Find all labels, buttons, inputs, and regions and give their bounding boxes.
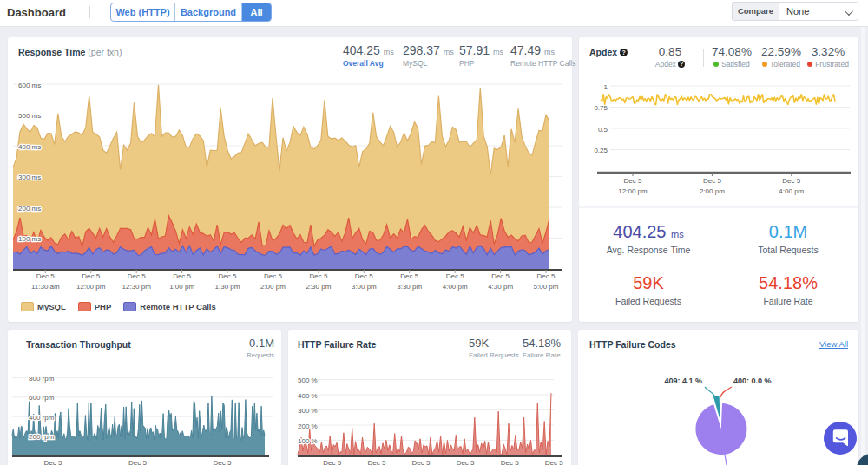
svg-text:200 %: 200 %: [298, 422, 318, 430]
svg-text:0.25: 0.25: [594, 147, 608, 154]
svg-text:2:00 pm: 2:00 pm: [260, 283, 286, 291]
svg-text:Dec 5: Dec 5: [309, 272, 327, 280]
svg-text:400 ms: 400 ms: [18, 143, 41, 151]
svg-text:200 ms: 200 ms: [18, 205, 41, 213]
svg-text:Dec 5: Dec 5: [491, 272, 510, 280]
svg-text:Dec 5: Dec 5: [446, 272, 464, 280]
svg-text:Dec 5: Dec 5: [537, 272, 556, 280]
svg-text:Dec 5: Dec 5: [173, 272, 191, 280]
svg-text:500 ms: 500 ms: [18, 112, 41, 120]
svg-text:Dec 5: Dec 5: [355, 272, 373, 280]
svg-text:Dec 5: Dec 5: [44, 459, 62, 465]
svg-text:Dec 5: Dec 5: [545, 459, 563, 465]
svg-text:Dec 5: Dec 5: [703, 177, 721, 185]
svg-text:2:00 pm: 2:00 pm: [700, 187, 725, 195]
svg-text:Dec 5: Dec 5: [624, 177, 642, 185]
svg-text:300 ms: 300 ms: [18, 174, 41, 181]
svg-text:2:30 pm: 2:30 pm: [306, 283, 331, 291]
svg-text:Dec 5: Dec 5: [36, 272, 55, 280]
svg-text:Dec 5: Dec 5: [219, 272, 237, 280]
svg-text:Dec 5: Dec 5: [128, 272, 146, 280]
svg-text:Dec 5: Dec 5: [400, 272, 418, 280]
svg-text:1:30 pm: 1:30 pm: [215, 283, 240, 291]
svg-text:200 rpm: 200 rpm: [29, 433, 55, 441]
svg-text:Dec 5: Dec 5: [412, 459, 431, 465]
svg-text:Dec 5: Dec 5: [214, 459, 232, 465]
svg-text:12:30 pm: 12:30 pm: [122, 283, 152, 291]
svg-text:600 rpm: 600 rpm: [29, 394, 55, 402]
svg-text:0.5: 0.5: [598, 126, 608, 134]
svg-text:600 ms: 600 ms: [18, 82, 41, 89]
svg-text:4:30 pm: 4:30 pm: [488, 283, 513, 291]
svg-text:100 %: 100 %: [298, 437, 318, 445]
svg-text:Dec 5: Dec 5: [367, 459, 385, 465]
svg-text:1:00 pm: 1:00 pm: [169, 283, 194, 291]
svg-text:500 %: 500 %: [298, 377, 318, 384]
svg-text:3:30 pm: 3:30 pm: [397, 283, 422, 291]
svg-text:Dec 5: Dec 5: [128, 459, 147, 465]
svg-text:100 ms: 100 ms: [18, 235, 41, 243]
svg-text:1: 1: [604, 83, 608, 91]
svg-text:3:00 pm: 3:00 pm: [352, 283, 377, 291]
svg-text:11:30 am: 11:30 am: [31, 283, 60, 291]
svg-text:Dec 5: Dec 5: [782, 177, 800, 185]
svg-text:5:00 pm: 5:00 pm: [534, 283, 559, 291]
svg-text:12:00 pm: 12:00 pm: [76, 283, 106, 291]
svg-text:800 rpm: 800 rpm: [29, 375, 55, 383]
svg-text:400 rpm: 400 rpm: [29, 414, 55, 422]
svg-text:4:00 pm: 4:00 pm: [779, 187, 804, 195]
svg-text:Dec 5: Dec 5: [82, 272, 100, 280]
svg-text:300 %: 300 %: [298, 407, 318, 415]
svg-text:4:00 pm: 4:00 pm: [443, 283, 468, 291]
svg-text:Dec 5: Dec 5: [264, 272, 282, 280]
svg-text:Dec 5: Dec 5: [457, 459, 475, 465]
svg-text:Dec 5: Dec 5: [323, 459, 341, 465]
svg-text:400: 0.0 %: 400: 0.0 %: [733, 377, 772, 385]
svg-text:400 %: 400 %: [298, 392, 318, 400]
svg-text:Dec 5: Dec 5: [501, 459, 519, 465]
svg-text:0.75: 0.75: [594, 104, 608, 112]
svg-text:12:00 pm: 12:00 pm: [618, 187, 648, 195]
svg-text:409: 4.1 %: 409: 4.1 %: [664, 377, 702, 385]
